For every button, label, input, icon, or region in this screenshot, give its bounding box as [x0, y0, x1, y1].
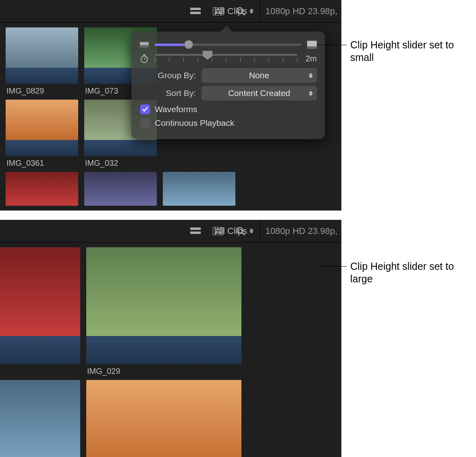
clip-small-icon	[139, 40, 149, 49]
svg-rect-25	[190, 232, 201, 234]
list-view-icon[interactable]	[190, 226, 201, 236]
clip-item[interactable]	[0, 247, 80, 380]
svg-marker-22	[249, 228, 254, 231]
svg-marker-1	[249, 11, 254, 14]
svg-marker-23	[249, 231, 254, 234]
svg-marker-20	[309, 91, 313, 93]
clip-item[interactable]: IMG_029	[86, 247, 241, 380]
clip-height-slider[interactable]	[155, 44, 301, 46]
clip-item[interactable]	[6, 172, 78, 206]
clip-item[interactable]	[163, 172, 235, 206]
clip-item[interactable]: IMG_0829	[6, 27, 78, 100]
clip-filter-label: All Clips	[215, 6, 247, 17]
resolution-label: 1080p HD 23.98p,	[264, 6, 337, 17]
callout-text-small: Clip Height slider set to small	[350, 39, 471, 64]
clip-waveform	[6, 68, 78, 84]
sort-by-select[interactable]: Content Created	[202, 86, 317, 100]
clip-label	[0, 364, 80, 380]
group-by-value: None	[249, 71, 269, 80]
svg-rect-24	[190, 227, 201, 230]
clip-appearance-popover: 2m Group By: None Sort By: Content Creat…	[131, 31, 325, 139]
svg-marker-0	[249, 8, 254, 11]
svg-rect-12	[140, 45, 149, 48]
clip-thumbnail	[86, 247, 241, 336]
updown-icon	[249, 8, 254, 14]
clip-thumbnail	[6, 100, 78, 140]
clip-filter-dropdown[interactable]: All Clips	[215, 226, 254, 236]
clip-thumbnail	[0, 380, 80, 457]
clip-thumbnail	[6, 27, 78, 68]
svg-rect-2	[190, 8, 201, 10]
clip-large-icon	[307, 40, 317, 49]
svg-rect-14	[307, 46, 317, 49]
duration-value: 2m	[303, 54, 317, 63]
clip-height-slider-row	[139, 40, 317, 49]
clip-waveform	[86, 336, 241, 364]
svg-rect-16	[143, 54, 146, 56]
callout-text-large: Clip Height slider set to large	[350, 260, 471, 286]
clip-label: IMG_032	[84, 156, 157, 172]
continuous-checkbox-row[interactable]: Continuous Playback	[140, 118, 316, 128]
updown-icon	[249, 228, 254, 234]
resolution-label: 1080p HD 23.98p,	[264, 226, 337, 236]
updown-icon	[309, 91, 313, 96]
clip-thumbnail	[0, 247, 80, 336]
stopwatch-icon	[139, 54, 149, 63]
clip-item[interactable]: IMG_0361	[6, 100, 78, 172]
svg-line-17	[144, 58, 146, 59]
divider	[260, 220, 260, 242]
clip-thumbnail	[84, 172, 157, 206]
svg-marker-21	[309, 94, 313, 96]
sort-by-value: Content Created	[228, 88, 290, 98]
callout-line	[316, 266, 347, 267]
clip-thumbnail	[86, 380, 241, 457]
svg-marker-19	[309, 76, 313, 78]
clip-label: IMG_0829	[6, 84, 78, 100]
clip-waveform	[84, 140, 157, 156]
thumbnail-grid: IMG_029	[0, 242, 341, 457]
svg-marker-18	[309, 73, 313, 75]
clip-filter-label: All Clips	[215, 226, 247, 236]
callout-line	[316, 45, 347, 45]
clip-thumbnail	[6, 172, 78, 206]
clip-browser-small: All Clips 1080p HD 23.98p, IMG	[0, 0, 341, 211]
slider-ticks	[155, 57, 297, 61]
clip-item[interactable]	[84, 172, 157, 206]
list-view-icon[interactable]	[190, 6, 201, 16]
waveforms-checkbox-row[interactable]: Waveforms	[140, 104, 316, 114]
group-by-label: Group By:	[139, 71, 196, 80]
divider	[260, 0, 260, 23]
clip-label: IMG_029	[86, 364, 241, 380]
checkbox-icon	[140, 104, 150, 114]
clip-item[interactable]	[0, 380, 80, 457]
clip-label: IMG_0361	[6, 156, 78, 172]
clip-duration-slider[interactable]	[155, 54, 297, 56]
clip-duration-slider-row: 2m	[139, 54, 317, 63]
checkbox-icon	[140, 118, 150, 128]
group-by-select[interactable]: None	[202, 68, 317, 83]
clip-browser-large: All Clips 1080p HD 23.98p,	[0, 220, 341, 457]
clip-thumbnail	[163, 172, 235, 206]
waveforms-label: Waveforms	[155, 104, 197, 114]
updown-icon	[309, 73, 313, 78]
clip-item[interactable]	[86, 380, 241, 457]
sort-by-label: Sort By:	[139, 88, 196, 98]
clip-waveform	[0, 336, 80, 364]
svg-rect-3	[190, 12, 201, 14]
browser-toolbar: All Clips 1080p HD 23.98p,	[0, 0, 341, 23]
clip-filter-dropdown[interactable]: All Clips	[215, 6, 254, 17]
browser-toolbar: All Clips 1080p HD 23.98p,	[0, 220, 341, 242]
clip-waveform	[6, 140, 78, 156]
continuous-label: Continuous Playback	[155, 118, 234, 128]
